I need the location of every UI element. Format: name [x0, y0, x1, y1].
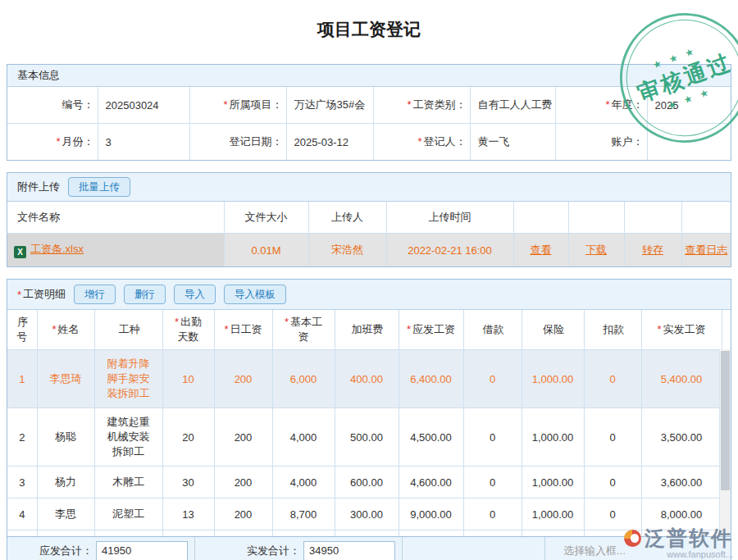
cell-days[interactable]: 30: [162, 467, 214, 499]
batch-upload-button[interactable]: 批量上传: [68, 177, 130, 197]
view-link[interactable]: 查看: [531, 244, 552, 256]
field-month-value[interactable]: 3: [98, 124, 189, 161]
field-account-value[interactable]: [647, 124, 731, 161]
download-link[interactable]: 下载: [585, 244, 607, 256]
cell-work-type[interactable]: 木雕工: [94, 467, 162, 499]
cell-insurance[interactable]: 1,000.00: [522, 350, 584, 408]
cell-daily-wage[interactable]: 200: [214, 530, 272, 537]
cell-work-type[interactable]: 起重信号: [94, 530, 162, 537]
table-row[interactable]: 5 赵成 起重信号 18 200 4,000 390.00 4,390.00 0…: [7, 530, 731, 537]
cell-deduction[interactable]: 0: [584, 408, 641, 467]
attachments-table: 文件名称 文件大小 上传人 上传时间 工资条.xlsx 0.01M 宋浩然 20…: [7, 202, 731, 266]
field-registrant-value[interactable]: 黄一飞: [470, 124, 555, 161]
view-log-link[interactable]: 查看日志: [685, 244, 727, 256]
cell-base-wage[interactable]: 4,000: [272, 467, 335, 499]
cell-seq[interactable]: 2: [7, 408, 37, 467]
cell-overtime[interactable]: 500.00: [335, 408, 399, 467]
cell-actual[interactable]: 3,500.00: [641, 408, 722, 467]
import-button[interactable]: 导入: [174, 285, 216, 304]
cell-name[interactable]: 杨力: [37, 467, 94, 499]
cell-deduction[interactable]: 0: [584, 350, 641, 408]
col-label: 扣款: [603, 323, 624, 335]
cell-loan[interactable]: 0: [463, 499, 522, 530]
add-row-button[interactable]: 增行: [74, 285, 116, 304]
cell-loan[interactable]: 0: [463, 408, 522, 467]
cell-seq[interactable]: 4: [7, 499, 37, 530]
cell-daily-wage[interactable]: 200: [214, 350, 272, 408]
cell-payable[interactable]: 6,400.00: [399, 350, 463, 408]
cell-insurance[interactable]: 1,000.00: [522, 530, 584, 537]
cell-days[interactable]: 20: [162, 408, 214, 467]
cell-payable[interactable]: 4,390.00: [399, 530, 463, 537]
cell-actual[interactable]: 3,390.00: [641, 530, 722, 537]
field-year-value[interactable]: 2025: [647, 87, 731, 124]
import-template-button[interactable]: 导入模板: [224, 285, 286, 304]
cell-days[interactable]: 13: [162, 499, 214, 530]
cell-deduction[interactable]: 0: [584, 467, 641, 499]
cell-seq[interactable]: 5: [7, 530, 37, 537]
vertical-scrollbar[interactable]: [719, 349, 731, 536]
cell-days[interactable]: 10: [162, 350, 214, 408]
cell-insurance[interactable]: 1,000.00: [522, 467, 584, 499]
table-row[interactable]: 3 杨力 木雕工 30 200 4,000 600.00 4,600.00 0 …: [7, 467, 731, 499]
col-header-name: *姓名: [37, 310, 94, 350]
cell-overtime[interactable]: 390.00: [335, 530, 399, 537]
select-input-placeholder[interactable]: 选择输入框...: [563, 544, 626, 558]
cell-base-wage[interactable]: 8,700: [272, 499, 335, 530]
cell-overtime[interactable]: 600.00: [335, 467, 399, 499]
select-input-group: 选择输入框...: [545, 537, 731, 560]
required-mark: *: [223, 98, 227, 111]
transfer-link[interactable]: 转存: [642, 244, 663, 256]
col-header-overtime: 加班费: [335, 310, 399, 350]
table-row[interactable]: 1 李思琦 附着升降脚手架安装拆卸工 10 200 6,000 400.00 6…: [7, 350, 731, 408]
field-label-text: 年度：: [612, 98, 644, 111]
cell-actual[interactable]: 3,600.00: [641, 467, 722, 499]
cell-seq[interactable]: 3: [7, 467, 37, 499]
cell-loan[interactable]: 0: [463, 467, 522, 499]
cell-payable[interactable]: 4,600.00: [399, 467, 463, 499]
file-name-link[interactable]: 工资条.xlsx: [30, 243, 84, 255]
col-header-actual: *实发工资: [641, 310, 722, 350]
cell-payable[interactable]: 4,500.00: [399, 408, 463, 467]
cell-name[interactable]: 李思琦: [37, 350, 94, 408]
cell-overtime[interactable]: 300.00: [335, 499, 399, 530]
field-project-value[interactable]: 万达广场35#会: [286, 87, 373, 124]
cell-deduction[interactable]: 0: [584, 499, 641, 530]
cell-work-type[interactable]: 建筑起重机械安装拆卸工: [94, 408, 162, 467]
cell-seq[interactable]: 1: [7, 350, 37, 408]
table-row[interactable]: 4 李思 泥塑工 13 200 8,700 300.00 9,000.00 0 …: [7, 499, 731, 530]
cell-insurance[interactable]: 1,000.00: [522, 408, 584, 467]
cell-daily-wage[interactable]: 200: [214, 408, 272, 467]
delete-row-button[interactable]: 删行: [124, 285, 166, 304]
cell-daily-wage[interactable]: 200: [214, 499, 272, 530]
field-code-value[interactable]: 202503024: [98, 87, 189, 124]
cell-base-wage[interactable]: 4,000: [272, 408, 335, 467]
cell-name[interactable]: 赵成: [37, 530, 94, 537]
col-label: 应发工资: [412, 323, 455, 335]
cell-overtime[interactable]: 400.00: [335, 350, 399, 408]
cell-work-type[interactable]: 附着升降脚手架安装拆卸工: [94, 350, 162, 408]
cell-actual[interactable]: 8,000.00: [641, 499, 722, 530]
cell-name[interactable]: 杨聪: [37, 408, 94, 467]
col-header-action-2: [568, 202, 624, 234]
cell-daily-wage[interactable]: 200: [214, 467, 272, 499]
payable-total-input[interactable]: 41950: [96, 541, 188, 560]
cell-work-type[interactable]: 泥塑工: [94, 499, 162, 530]
cell-days[interactable]: 18: [162, 530, 214, 537]
actual-total-input[interactable]: 34950: [303, 541, 395, 560]
cell-base-wage[interactable]: 4,000: [272, 530, 335, 537]
cell-actual[interactable]: 5,400.00: [641, 350, 722, 408]
field-label-text: 所属项目：: [230, 98, 283, 111]
field-register-date-value[interactable]: 2025-03-12: [286, 124, 373, 161]
cell-insurance[interactable]: 1,000.00: [522, 499, 584, 530]
cell-name[interactable]: 李思: [37, 499, 94, 530]
cell-payable[interactable]: 9,000.00: [399, 499, 463, 530]
table-row[interactable]: 2 杨聪 建筑起重机械安装拆卸工 20 200 4,000 500.00 4,5…: [7, 408, 731, 467]
cell-loan[interactable]: 0: [463, 530, 522, 537]
wage-details-header: *工资明细 增行 删行 导入 导入模板: [7, 280, 731, 310]
scrollbar-thumb[interactable]: [721, 351, 730, 490]
cell-base-wage[interactable]: 6,000: [272, 350, 335, 408]
field-wage-category-value[interactable]: 自有工人人工费: [470, 87, 555, 124]
cell-deduction[interactable]: 0: [584, 530, 641, 537]
cell-loan[interactable]: 0: [463, 350, 522, 408]
